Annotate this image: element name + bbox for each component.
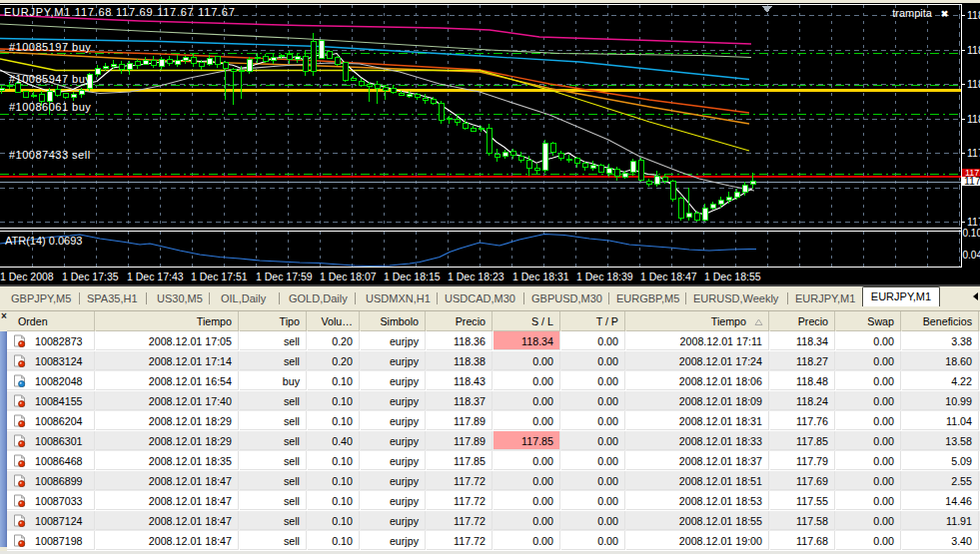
svg-text:117.95: 117.95	[967, 147, 980, 159]
svg-text:1 Dec 18:47: 1 Dec 18:47	[640, 271, 697, 282]
svg-text:ATR(14) 0.0693: ATR(14) 0.0693	[5, 235, 82, 247]
svg-text:1 Dec 18:39: 1 Dec 18:39	[576, 271, 633, 282]
svg-text:✖: ✖	[939, 9, 949, 19]
svg-text:#10087433 sell: #10087433 sell	[9, 149, 91, 161]
svg-text:1 Dec 17:35: 1 Dec 17:35	[62, 271, 119, 282]
svg-text:118.60: 118.60	[967, 9, 980, 21]
svg-text:EURJPY,M1 117.68 117.69 117.6: EURJPY,M1 117.68 117.69 117.67 117.67	[4, 6, 236, 18]
svg-text:#10085947 buy: #10085947 buy	[9, 73, 91, 85]
svg-text:118.15: 118.15	[967, 113, 980, 125]
svg-text:1 Dec 18:31: 1 Dec 18:31	[512, 271, 569, 282]
svg-text:1 Dec 17:43: 1 Dec 17:43	[127, 271, 184, 282]
svg-text:1 Dec 18:23: 1 Dec 18:23	[448, 271, 504, 282]
svg-text:118.30: 118.30	[967, 78, 980, 90]
svg-text:1 Dec 18:15: 1 Dec 18:15	[384, 271, 441, 282]
svg-text:1 Dec 18:55: 1 Dec 18:55	[704, 271, 761, 282]
svg-text:1 Dec 17:59: 1 Dec 17:59	[256, 271, 313, 282]
svg-text:#10085197 buy: #10085197 buy	[9, 41, 91, 53]
svg-text:#10086061 buy: #10086061 buy	[9, 101, 91, 113]
svg-text:118.45: 118.45	[967, 44, 980, 56]
svg-text:trampita: trampita	[892, 7, 933, 19]
svg-text:0.04: 0.04	[963, 250, 980, 261]
svg-text:117.6: 117.6	[964, 175, 980, 187]
svg-text:117.65: 117.65	[967, 216, 980, 228]
svg-text:1 Dec 18:07: 1 Dec 18:07	[320, 271, 377, 282]
svg-text:0.10: 0.10	[963, 228, 980, 239]
svg-text:1 Dec 17:51: 1 Dec 17:51	[191, 271, 248, 282]
svg-text:1 Dec 2008: 1 Dec 2008	[0, 271, 54, 282]
